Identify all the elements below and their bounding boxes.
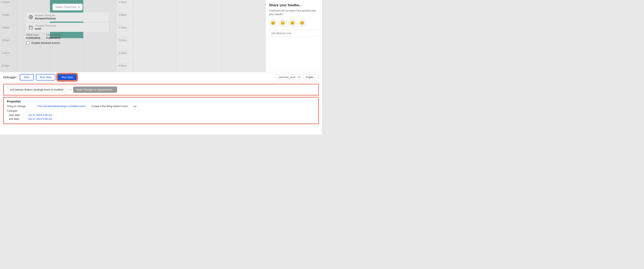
end-date-value: Jun 6, 2024 5:00 am — [28, 117, 52, 120]
changes-label: Changes — [7, 109, 315, 112]
feedback-emojis: 😣 😞 😐 😊 — [269, 19, 319, 27]
timezone-selector[interactable]: Select TimeZone ▾ — [52, 4, 83, 10]
globe-icon — [29, 15, 33, 19]
main-slot-530: 5:30am — [117, 51, 133, 64]
browser-tz-value: Europe/Chisinau — [35, 17, 56, 20]
thing-to-change-row: Thing to change This AirCalendar(testing… — [7, 105, 315, 108]
create-if-not-exist-label: Create if the thing doesn't exist — [92, 105, 128, 108]
feedback-title: Share your feedba... — [269, 3, 319, 7]
browser-tz-label: Browser Timezone — [35, 14, 56, 17]
time-slot-530: 5:30am — [0, 51, 16, 64]
time-slot-330: 3:30am — [0, 0, 16, 13]
end-date-key: end date — [9, 117, 25, 120]
feedback-description: Could you let us know if our product met… — [269, 9, 319, 16]
calendar-local-dropdown[interactable]: calendar_local — [276, 74, 301, 80]
properties-panel: Properties Thing to change This AirCalen… — [3, 97, 319, 124]
time-labels-column: 3:30am 4:00am 4:30am 5:00am 5:30am 6:00a… — [0, 0, 16, 78]
calendar-grid: Select TimeZone ▾ Browser Timezone Europ… — [0, 0, 117, 78]
blocked-events-label: Enable blocked events — [32, 41, 60, 44]
calendar-tz-label: Calendar Timezone — [35, 24, 56, 27]
main-container: Select TimeZone ▾ Browser Timezone Europ… — [0, 0, 322, 134]
thing-to-change-value[interactable]: This AirCalendar(testing)'s modified eve… — [37, 105, 86, 108]
changes-section: Changes start date Jun 6, 2024 3:00 am e… — [7, 109, 315, 120]
offset-save-label: Offset save: — [26, 34, 40, 36]
time-slot-500: 5:00am — [0, 38, 16, 51]
calendar-tz-value: local — [35, 27, 56, 30]
create-if-not-exist-value: no — [134, 105, 136, 108]
blocked-events-row: Enable blocked events — [26, 41, 109, 44]
inspect-button[interactable]: Inspec... — [303, 74, 319, 80]
calendar-icon — [29, 25, 33, 30]
main-slot-430: 4:30am — [117, 26, 133, 38]
main-time-grid: 3:30am 4:00am 4:30am 5:00am 5:30am 6:00a… — [117, 0, 266, 78]
main-slot-400: 4:00am — [117, 13, 133, 26]
calendar-timezone-row: Calendar Timezone local — [26, 23, 109, 32]
offsets-row: Offset save: 0 (minutes) Offset display:… — [26, 34, 109, 39]
properties-title: Properties — [7, 100, 315, 103]
chevron-down-icon: ▾ — [78, 6, 80, 9]
browser-timezone-row: Browser Timezone Europe/Chisinau — [26, 12, 109, 22]
debugger-toolbar: Debugger Run Run slow Run next calendar_… — [0, 72, 322, 82]
main-col-1 — [133, 0, 177, 78]
feedback-email-input[interactable] — [269, 30, 319, 36]
svg-rect-2 — [29, 26, 33, 29]
debugger-label: Debugger — [3, 76, 16, 79]
blocked-events-checkbox[interactable] — [26, 41, 30, 44]
emoji-happy[interactable]: 😊 — [298, 19, 306, 27]
main-data-cols — [133, 0, 266, 78]
emoji-very-sad[interactable]: 😣 — [269, 19, 277, 27]
start-date-key: start date — [9, 114, 25, 116]
run-slow-button[interactable]: Run slow — [36, 74, 56, 80]
main-slot-330: 3:30am — [117, 0, 133, 13]
flow-row: AirCalendar Bottom (testing) event is mo… — [3, 84, 319, 96]
offset-display-label: Offset display: — [46, 34, 62, 36]
thing-to-change-key: Thing to change — [7, 105, 31, 108]
end-date-row: end date Jun 6, 2024 5:00 am — [7, 117, 315, 120]
start-date-value: Jun 6, 2024 3:00 am — [28, 114, 52, 116]
flow-action-button[interactable]: Make changes to Appointment... — [73, 86, 117, 93]
emoji-neutral[interactable]: 😐 — [288, 19, 296, 27]
run-button[interactable]: Run — [20, 74, 34, 80]
run-next-button[interactable]: Run next — [58, 74, 77, 80]
emoji-sad[interactable]: 😞 — [279, 19, 287, 27]
timezone-placeholder: Select TimeZone — [56, 6, 76, 9]
main-col-2 — [177, 0, 222, 78]
debugger-section: Debugger Run Run slow Run next calendar_… — [0, 72, 322, 134]
arrow-icon: → — [68, 88, 72, 92]
flow-trigger: AirCalendar Bottom (testing) event is mo… — [7, 86, 66, 93]
main-col-3 — [222, 0, 266, 78]
main-time-labels: 3:30am 4:00am 4:30am 5:00am 5:30am 6:00a… — [117, 0, 133, 78]
start-date-row: start date Jun 6, 2024 3:00 am — [7, 114, 315, 116]
offset-save-value: 0 (minutes) — [26, 36, 40, 39]
time-slot-430: 4:30am — [0, 26, 16, 38]
main-slot-500: 5:00am — [117, 38, 133, 51]
offset-display-value: 0 (minutes) — [46, 36, 62, 39]
time-slot-400: 4:00am — [0, 13, 16, 26]
